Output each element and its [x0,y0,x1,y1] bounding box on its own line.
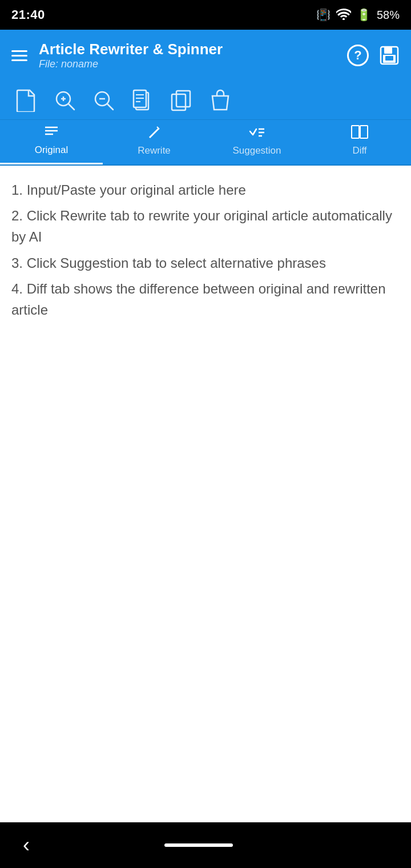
vibrate-icon: 📳 [316,8,331,22]
tab-rewrite[interactable]: Rewrite [103,120,206,164]
bottom-nav: ‹ [0,822,411,868]
tab-original-label: Original [35,144,68,156]
header-actions: ? [347,43,402,68]
home-pill[interactable] [164,843,233,847]
battery-percent: 58% [377,9,400,22]
svg-line-7 [68,104,74,110]
zoom-out-button[interactable] [87,86,121,115]
svg-rect-1 [384,47,392,54]
new-file-button[interactable] [9,86,43,115]
file-name: File: noname [39,58,338,70]
header-title-block: Article Rewriter & Spinner File: noname [39,41,338,70]
menu-icon[interactable] [9,48,30,63]
svg-rect-24 [352,126,359,138]
svg-rect-3 [385,56,393,61]
app-title: Article Rewriter & Spinner [39,41,338,58]
instruction-1: 1. Input/Paste your original article her… [11,179,400,200]
tab-original[interactable]: Original [0,120,103,164]
duplicate-button[interactable] [164,86,199,115]
tab-suggestion-label: Suggestion [232,145,281,156]
help-button[interactable]: ? [347,45,369,66]
copy-button[interactable] [126,86,160,115]
tab-diff[interactable]: Diff [308,120,411,164]
tab-suggestion[interactable]: Suggestion [206,120,308,164]
original-tab-icon [44,125,59,142]
content-area[interactable]: 1. Input/Paste your original article her… [0,166,411,822]
app-header: Article Rewriter & Spinner File: noname … [0,30,411,81]
bag-button[interactable] [203,86,237,115]
status-icons: 📳 🔋 58% [316,7,400,23]
status-time: 21:40 [11,7,45,22]
save-button[interactable] [377,43,402,68]
toolbar [0,81,411,120]
svg-rect-25 [360,126,368,138]
zoom-in-button[interactable] [48,86,82,115]
instruction-3: 3. Click Suggestion tab to select altern… [11,252,400,274]
suggestion-tab-icon [248,124,265,143]
svg-rect-17 [176,91,190,107]
tab-diff-label: Diff [352,145,366,156]
svg-rect-16 [172,94,186,110]
instruction-4: 4. Diff tab shows the difference between… [11,278,400,320]
svg-line-10 [107,104,113,110]
battery-icon: 🔋 [357,8,371,22]
back-button[interactable]: ‹ [23,833,30,857]
diff-tab-icon [351,124,368,143]
wifi-icon [336,7,351,23]
status-bar: 21:40 📳 🔋 58% [0,0,411,30]
instruction-2: 2. Click Rewrite tab to rewrite your ori… [11,205,400,247]
rewrite-tab-icon [147,124,162,143]
tab-rewrite-label: Rewrite [138,145,171,156]
tabs-bar: Original Rewrite Suggestion [0,120,411,166]
